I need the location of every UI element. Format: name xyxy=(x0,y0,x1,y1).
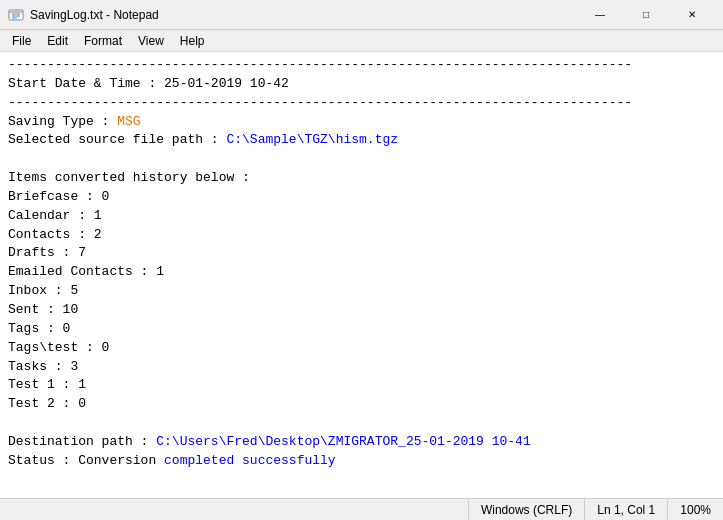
line-blank-2 xyxy=(8,415,16,430)
cursor-position: Ln 1, Col 1 xyxy=(584,499,667,520)
line-tags: Tags : 0 xyxy=(8,321,70,336)
line-separator-1: ----------------------------------------… xyxy=(8,57,632,72)
line-tags-test: Tags\test : 0 xyxy=(8,340,109,355)
line-separator-2: ----------------------------------------… xyxy=(8,95,632,110)
menu-file[interactable]: File xyxy=(4,32,39,50)
line-calendar: Calendar : 1 xyxy=(8,208,102,223)
minimize-button[interactable]: — xyxy=(577,0,623,30)
text-content-area[interactable]: ----------------------------------------… xyxy=(0,52,723,498)
line-drafts: Drafts : 7 xyxy=(8,245,86,260)
line-sent: Sent : 10 xyxy=(8,302,78,317)
line-contacts: Contacts : 2 xyxy=(8,227,102,242)
app-icon xyxy=(8,7,24,23)
window-title: SavingLog.txt - Notepad xyxy=(30,8,577,22)
menu-edit[interactable]: Edit xyxy=(39,32,76,50)
line-test2: Test 2 : 0 xyxy=(8,396,86,411)
title-bar: SavingLog.txt - Notepad — □ ✕ xyxy=(0,0,723,30)
line-saving-type: Saving Type : MSG xyxy=(8,114,141,129)
menu-help[interactable]: Help xyxy=(172,32,213,50)
line-start-date: Start Date & Time : 25-01-2019 10-42 xyxy=(8,76,289,91)
close-button[interactable]: ✕ xyxy=(669,0,715,30)
line-briefcase: Briefcase : 0 xyxy=(8,189,109,204)
line-blank-1 xyxy=(8,151,16,166)
line-emailed-contacts: Emailed Contacts : 1 xyxy=(8,264,164,279)
line-source-path: Selected source file path : C:\Sample\TG… xyxy=(8,132,398,147)
menu-bar: File Edit Format View Help xyxy=(0,30,723,52)
zoom-level: 100% xyxy=(667,499,723,520)
line-tasks: Tasks : 3 xyxy=(8,359,78,374)
line-status: Status : Conversion completed successful… xyxy=(8,453,336,468)
maximize-button[interactable]: □ xyxy=(623,0,669,30)
document-text: ----------------------------------------… xyxy=(8,56,715,471)
line-inbox: Inbox : 5 xyxy=(8,283,78,298)
status-bar: Windows (CRLF) Ln 1, Col 1 100% xyxy=(0,498,723,520)
line-items-header: Items converted history below : xyxy=(8,170,250,185)
menu-format[interactable]: Format xyxy=(76,32,130,50)
line-destination: Destination path : C:\Users\Fred\Desktop… xyxy=(8,434,531,449)
menu-view[interactable]: View xyxy=(130,32,172,50)
line-ending-indicator: Windows (CRLF) xyxy=(468,499,584,520)
window-controls: — □ ✕ xyxy=(577,0,715,30)
line-test1: Test 1 : 1 xyxy=(8,377,86,392)
